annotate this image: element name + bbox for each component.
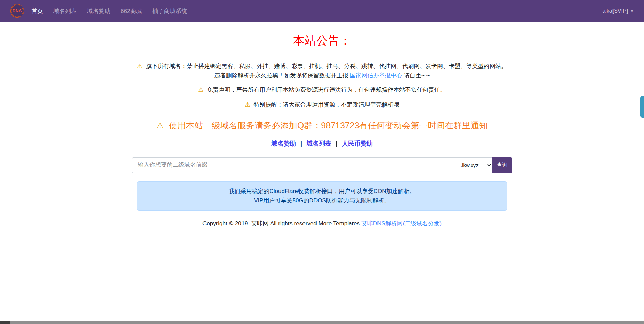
search-button[interactable]: 查询 xyxy=(492,157,512,173)
bottom-bar xyxy=(0,321,644,324)
cloudflare-info-box: 我们采用稳定的CloudFlare收费解析接口，用户可以享受CDN加速解析。 V… xyxy=(137,181,507,211)
domain-suffix-select[interactable]: .ikw.xyz xyxy=(459,157,492,173)
search-input[interactable] xyxy=(132,157,459,173)
footer: Copyright © 2019. 艾咔网 All rights reserve… xyxy=(132,220,512,227)
nav-item-domain-list[interactable]: 域名列表 xyxy=(53,7,77,15)
link-domain-list[interactable]: 域名列表 xyxy=(307,140,331,147)
brand-logo[interactable]: DNS xyxy=(10,4,24,18)
footer-link[interactable]: 艾咔DNS解析网(二级域名分发) xyxy=(361,220,442,227)
domain-search-bar: .ikw.xyz 查询 xyxy=(132,157,512,173)
notice-disclaimer: ⚠ 免责声明：严禁所有用户利用本站免费资源进行违法行为，任何违规操作本站不负任何… xyxy=(134,85,510,95)
warning-icon: ⚠ xyxy=(137,63,143,70)
nav-item-home[interactable]: 首页 xyxy=(32,7,43,15)
warning-icon: ⚠ xyxy=(198,86,204,93)
notice-domain-rules-text: 旗下所有域名：禁止搭建绑定黑客、私服、外挂、赌博、彩票、挂机、挂马、分裂、跳转、… xyxy=(146,63,507,79)
main-content: 本站公告： ⚠ 旗下所有域名：禁止搭建绑定黑客、私服、外挂、赌博、彩票、挂机、挂… xyxy=(132,33,512,227)
link-separator: | xyxy=(300,140,302,147)
caret-down-icon: ▼ xyxy=(630,9,634,13)
announcement-title: 本站公告： xyxy=(132,33,512,49)
dns-logo-icon: DNS xyxy=(10,4,24,18)
warning-icon: ⚠ xyxy=(245,101,250,108)
nav-item-youzi-shop-system[interactable]: 柚子商城系统 xyxy=(152,7,187,15)
notice-disclaimer-text: 免责声明：严禁所有用户利用本站免费资源进行违法行为，任何违规操作本站不负任何责任… xyxy=(207,87,446,93)
info-line-1: 我们采用稳定的CloudFlare收费解析接口，用户可以享受CDN加速解析。 xyxy=(141,187,503,196)
link-domain-sponsor[interactable]: 域名赞助 xyxy=(271,140,296,147)
dns-logo-text: DNS xyxy=(13,9,22,13)
nav-item-domain-sponsor[interactable]: 域名赞助 xyxy=(87,7,110,15)
notice-reminder: ⚠ 特别提醒：请大家合理运用资源，不定期清理空壳解析哦 xyxy=(134,100,510,110)
notice-reminder-text: 特别提醒：请大家合理运用资源，不定期清理空壳解析哦 xyxy=(253,101,399,108)
report-center-link[interactable]: 国家网信办举报中心 xyxy=(350,72,402,79)
side-widget-tab[interactable] xyxy=(640,96,644,118)
notice-domain-rules-suffix: 请自重~.~ xyxy=(404,72,430,79)
warning-icon: ⚠ xyxy=(156,121,164,130)
notice-domain-rules: ⚠ 旗下所有域名：禁止搭建绑定黑客、私服、外挂、赌博、彩票、挂机、挂马、分裂、跳… xyxy=(134,62,510,80)
info-line-2: VIP用户可享受50G的DDOS防御能力与无限制解析。 xyxy=(141,196,503,205)
qq-group-notice: ⚠ 使用本站二级域名服务请务必添加Q群：98713723有任何变动会第一时间在群… xyxy=(132,120,512,131)
navbar: DNS 首页 域名列表 域名赞助 662商城 柚子商城系统 aika[SVIP]… xyxy=(0,0,644,22)
qq-group-notice-text: 使用本站二级域名服务请务必添加Q群：98713723有任何变动会第一时间在群里通… xyxy=(169,121,488,130)
bottom-bar-corner xyxy=(0,321,10,324)
nav-item-662-shop[interactable]: 662商城 xyxy=(121,7,142,15)
nav-menu: 首页 域名列表 域名赞助 662商城 柚子商城系统 xyxy=(32,7,187,15)
quick-links: 域名赞助 | 域名列表 | 人民币赞助 xyxy=(132,139,512,148)
user-menu[interactable]: aika[SVIP] ▼ xyxy=(602,8,634,14)
link-rmb-sponsor[interactable]: 人民币赞助 xyxy=(342,140,373,147)
copyright-text: Copyright © 2019. 艾咔网 All rights reserve… xyxy=(202,220,360,227)
link-separator: | xyxy=(336,140,337,147)
user-menu-label: aika[SVIP] xyxy=(602,8,628,14)
